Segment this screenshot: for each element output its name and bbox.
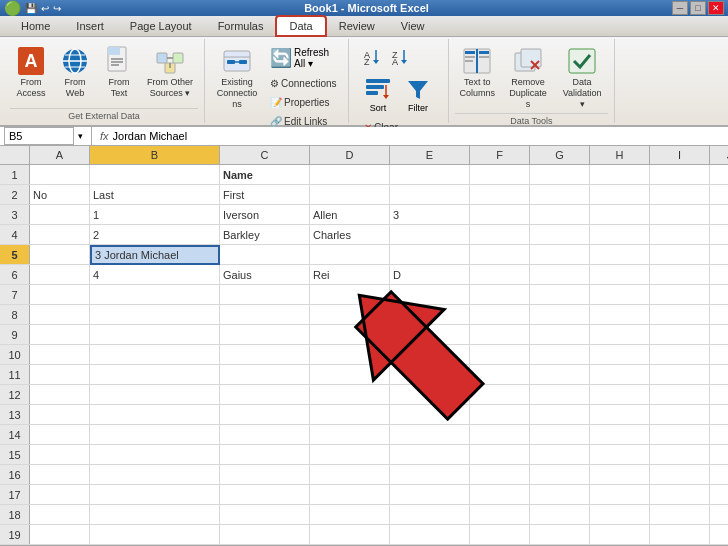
cell-b8[interactable] — [90, 305, 220, 325]
cell-a10[interactable] — [30, 345, 90, 365]
cell-b6[interactable]: 4 — [90, 265, 220, 285]
cell-g3[interactable] — [530, 205, 590, 225]
cell-b7[interactable] — [90, 285, 220, 305]
tab-insert[interactable]: Insert — [63, 16, 117, 36]
refresh-all-button[interactable]: 🔄 RefreshAll ▾ — [265, 43, 325, 73]
cell-d6[interactable]: Rei — [310, 265, 390, 285]
name-box-dropdown[interactable]: ▾ — [78, 131, 83, 141]
cell-i9[interactable] — [650, 325, 710, 345]
cell-e10[interactable] — [390, 345, 470, 365]
cell-e2[interactable] — [390, 185, 470, 205]
cell-j1[interactable] — [710, 165, 728, 185]
cell-i6[interactable] — [650, 265, 710, 285]
col-header-i[interactable]: I — [650, 146, 710, 164]
cell-a7[interactable] — [30, 285, 90, 305]
cell-h6[interactable] — [590, 265, 650, 285]
connections-sm-button[interactable]: ⚙ Connections — [265, 75, 342, 92]
cell-a1[interactable] — [30, 165, 90, 185]
maximize-button[interactable]: □ — [690, 1, 706, 15]
cell-j6[interactable] — [710, 265, 728, 285]
minimize-button[interactable]: ─ — [672, 1, 688, 15]
cell-c6[interactable]: Gaius — [220, 265, 310, 285]
cell-j8[interactable] — [710, 305, 728, 325]
cell-d4[interactable]: Charles — [310, 225, 390, 245]
col-header-a[interactable]: A — [30, 146, 90, 164]
filter-button[interactable]: Filter — [399, 71, 437, 117]
cell-d8[interactable] — [310, 305, 390, 325]
cell-b5[interactable]: 3 Jordan Michael — [90, 245, 220, 265]
col-header-d[interactable]: D — [310, 146, 390, 164]
cell-i2[interactable] — [650, 185, 710, 205]
cell-h4[interactable] — [590, 225, 650, 245]
tab-data[interactable]: Data — [276, 16, 325, 36]
cell-b10[interactable] — [90, 345, 220, 365]
cell-a9[interactable] — [30, 325, 90, 345]
from-access-button[interactable]: A From Access — [10, 41, 52, 103]
cell-b2[interactable]: Last — [90, 185, 220, 205]
cell-i7[interactable] — [650, 285, 710, 305]
cell-c8[interactable] — [220, 305, 310, 325]
cell-e3[interactable]: 3 — [390, 205, 470, 225]
cell-e8[interactable] — [390, 305, 470, 325]
cell-i5[interactable] — [650, 245, 710, 265]
cell-f7[interactable] — [470, 285, 530, 305]
cell-d10[interactable] — [310, 345, 390, 365]
from-other-sources-button[interactable]: From Other Sources ▾ — [142, 41, 198, 103]
cell-h8[interactable] — [590, 305, 650, 325]
cell-j3[interactable] — [710, 205, 728, 225]
cell-d2[interactable] — [310, 185, 390, 205]
cell-d9[interactable] — [310, 325, 390, 345]
cell-a3[interactable] — [30, 205, 90, 225]
cell-j9[interactable] — [710, 325, 728, 345]
cell-e4[interactable] — [390, 225, 470, 245]
cell-c7[interactable] — [220, 285, 310, 305]
tab-page-layout[interactable]: Page Layout — [117, 16, 205, 36]
cell-i10[interactable] — [650, 345, 710, 365]
cell-h1[interactable] — [590, 165, 650, 185]
cell-i3[interactable] — [650, 205, 710, 225]
text-to-columns-button[interactable]: Text to Columns — [455, 41, 501, 103]
cell-d3[interactable]: Allen — [310, 205, 390, 225]
cell-h2[interactable] — [590, 185, 650, 205]
cell-j5[interactable] — [710, 245, 728, 265]
col-header-b[interactable]: B — [90, 146, 220, 164]
cell-h3[interactable] — [590, 205, 650, 225]
cell-a4[interactable] — [30, 225, 90, 245]
cell-c5[interactable] — [220, 245, 310, 265]
cell-f9[interactable] — [470, 325, 530, 345]
cell-e7[interactable] — [390, 285, 470, 305]
cell-f3[interactable] — [470, 205, 530, 225]
cell-e9[interactable] — [390, 325, 470, 345]
cell-c1[interactable]: Name — [220, 165, 310, 185]
col-header-c[interactable]: C — [220, 146, 310, 164]
sort-button[interactable]: Sort — [359, 71, 397, 117]
cell-f10[interactable] — [470, 345, 530, 365]
cell-f2[interactable] — [470, 185, 530, 205]
cell-g1[interactable] — [530, 165, 590, 185]
col-header-j[interactable]: J — [710, 146, 728, 164]
cell-d1[interactable] — [310, 165, 390, 185]
cell-b4[interactable]: 2 — [90, 225, 220, 245]
cell-b9[interactable] — [90, 325, 220, 345]
cell-a5[interactable] — [30, 245, 90, 265]
cell-e5[interactable] — [390, 245, 470, 265]
col-header-g[interactable]: G — [530, 146, 590, 164]
tab-formulas[interactable]: Formulas — [205, 16, 277, 36]
cell-b3[interactable]: 1 — [90, 205, 220, 225]
quick-access-undo[interactable]: ↩ — [41, 3, 49, 14]
cell-j4[interactable] — [710, 225, 728, 245]
col-header-e[interactable]: E — [390, 146, 470, 164]
cell-j7[interactable] — [710, 285, 728, 305]
cell-g7[interactable] — [530, 285, 590, 305]
cell-g6[interactable] — [530, 265, 590, 285]
sort-az-button[interactable]: AZ — [359, 43, 385, 69]
cell-g5[interactable] — [530, 245, 590, 265]
from-text-button[interactable]: From Text — [98, 41, 140, 103]
tab-home[interactable]: Home — [8, 16, 63, 36]
cell-g9[interactable] — [530, 325, 590, 345]
cell-j2[interactable] — [710, 185, 728, 205]
cell-f4[interactable] — [470, 225, 530, 245]
quick-access-save[interactable]: 💾 — [25, 3, 37, 14]
tab-review[interactable]: Review — [326, 16, 388, 36]
cell-c3[interactable]: Iverson — [220, 205, 310, 225]
